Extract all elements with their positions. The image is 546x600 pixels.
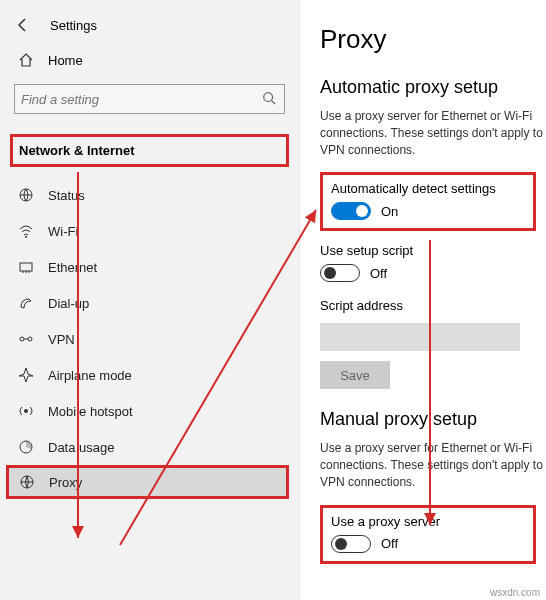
sidebar-item-label: Status [48, 188, 85, 203]
auto-detect-state: On [381, 204, 398, 219]
settings-window: Settings Home Network & Internet Status [0, 0, 546, 600]
vpn-icon [14, 331, 38, 347]
auto-section-title: Automatic proxy setup [320, 77, 546, 98]
sidebar-item-airplane[interactable]: Airplane mode [0, 357, 299, 393]
home-icon [14, 52, 38, 68]
sidebar-item-label: Airplane mode [48, 368, 132, 383]
script-address-block: Script address Save [320, 298, 546, 389]
svg-point-9 [20, 337, 24, 341]
hotspot-icon [14, 403, 38, 419]
auto-section-desc: Use a proxy server for Ethernet or Wi-Fi… [320, 108, 546, 158]
script-address-label: Script address [320, 298, 546, 313]
main-panel: Proxy Automatic proxy setup Use a proxy … [300, 0, 546, 600]
nav-list: Status Wi-Fi Ethernet Dial-up VPN Airpla… [0, 177, 299, 499]
use-proxy-toggle[interactable] [331, 535, 371, 553]
svg-point-12 [24, 409, 28, 413]
sidebar-item-label: Data usage [48, 440, 115, 455]
svg-point-0 [264, 93, 273, 102]
svg-line-1 [272, 101, 276, 105]
manual-section-title: Manual proxy setup [320, 409, 546, 430]
svg-rect-5 [20, 263, 32, 271]
search-input[interactable] [21, 92, 262, 107]
back-arrow-icon[interactable] [14, 16, 32, 34]
sidebar-item-hotspot[interactable]: Mobile hotspot [0, 393, 299, 429]
auto-detect-label: Automatically detect settings [331, 181, 525, 196]
sidebar-item-dialup[interactable]: Dial-up [0, 285, 299, 321]
search-icon [262, 91, 278, 107]
page-title: Proxy [320, 24, 546, 55]
dialup-icon [14, 295, 38, 311]
home-label: Home [48, 53, 83, 68]
sidebar-item-label: Wi-Fi [48, 224, 78, 239]
sidebar-item-wifi[interactable]: Wi-Fi [0, 213, 299, 249]
status-icon [14, 187, 38, 203]
use-proxy-highlight: Use a proxy server Off [320, 505, 536, 564]
sidebar-item-label: Ethernet [48, 260, 97, 275]
datausage-icon [14, 439, 38, 455]
auto-detect-toggle-row: On [331, 202, 525, 220]
airplane-icon [14, 367, 38, 383]
script-toggle[interactable] [320, 264, 360, 282]
script-state: Off [370, 266, 387, 281]
header-row: Settings [0, 10, 299, 44]
sidebar-item-ethernet[interactable]: Ethernet [0, 249, 299, 285]
use-proxy-label: Use a proxy server [331, 514, 525, 529]
save-button[interactable]: Save [320, 361, 390, 389]
watermark: wsxdn.com [490, 587, 540, 598]
ethernet-icon [14, 259, 38, 275]
auto-detect-highlight: Automatically detect settings On [320, 172, 536, 231]
sidebar-item-proxy[interactable]: Proxy [6, 465, 289, 499]
search-box[interactable] [14, 84, 285, 114]
sidebar-item-label: Proxy [49, 475, 82, 490]
search-wrap [0, 78, 299, 128]
proxy-icon [15, 474, 39, 490]
sidebar-item-status[interactable]: Status [0, 177, 299, 213]
use-proxy-state: Off [381, 536, 398, 551]
script-block: Use setup script Off [320, 243, 546, 282]
manual-section-desc: Use a proxy server for Ethernet or Wi-Fi… [320, 440, 546, 490]
wifi-icon [14, 223, 38, 239]
sidebar-item-label: Mobile hotspot [48, 404, 133, 419]
script-label: Use setup script [320, 243, 546, 258]
category-header: Network & Internet [10, 134, 289, 167]
sidebar: Settings Home Network & Internet Status [0, 0, 300, 600]
window-title: Settings [50, 18, 97, 33]
sidebar-item-datausage[interactable]: Data usage [0, 429, 299, 465]
sidebar-item-label: VPN [48, 332, 75, 347]
auto-detect-toggle[interactable] [331, 202, 371, 220]
home-nav[interactable]: Home [0, 44, 299, 78]
svg-point-4 [25, 236, 27, 238]
svg-point-10 [28, 337, 32, 341]
script-address-input[interactable] [320, 323, 520, 351]
sidebar-item-label: Dial-up [48, 296, 89, 311]
sidebar-item-vpn[interactable]: VPN [0, 321, 299, 357]
